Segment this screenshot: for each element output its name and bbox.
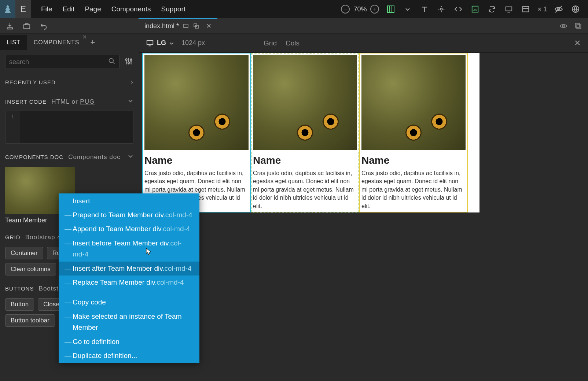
menu-page[interactable]: Page (85, 5, 101, 13)
code-tool-icon[interactable] (453, 4, 463, 14)
ctx-prepend[interactable]: Prepend to Team Member div.col-md-4 (59, 208, 199, 222)
canvas-area: LG 1024 px Grid Cols ✕ Name Cras justo o… (139, 34, 588, 381)
svg-rect-24 (147, 40, 153, 44)
click-tool-icon[interactable] (436, 4, 446, 14)
copy-icon[interactable] (573, 21, 583, 31)
canvas-close-icon[interactable]: ✕ (574, 38, 581, 48)
multiplier-label: × 1 (537, 5, 547, 13)
ctx-make-instance[interactable]: Make selected an instance of Team Member (59, 310, 199, 335)
chevron-down-icon[interactable] (403, 4, 413, 14)
visibility-icon[interactable] (554, 4, 564, 14)
svg-point-22 (128, 62, 129, 63)
ctx-goto-definition[interactable]: Go to definition (59, 335, 199, 349)
svg-point-19 (109, 59, 114, 63)
menu-file[interactable]: File (41, 5, 52, 13)
briefcase-icon[interactable] (22, 21, 32, 31)
zoom-in-button[interactable]: + (370, 5, 379, 14)
js-tool-icon[interactable]: JS (470, 4, 480, 14)
chip-button[interactable]: Button (5, 298, 34, 311)
app-mode-badge[interactable]: E (15, 0, 31, 18)
menu-components[interactable]: Components (111, 5, 151, 13)
page-preview[interactable]: Name Cras justo odio, dapibus ac facilis… (142, 53, 479, 212)
search-box[interactable] (5, 55, 120, 69)
settings-globe-icon[interactable] (570, 4, 581, 14)
context-menu-header: Insert (59, 193, 199, 208)
sidebar-tab-list[interactable]: LIST (0, 35, 27, 50)
ctx-insert-before[interactable]: Insert before Team Member div.col-md-4 (59, 236, 199, 262)
section-insert-code[interactable]: INSERT CODE HTML or PUG (5, 96, 133, 108)
chevron-down-icon (169, 41, 174, 46)
import-icon[interactable] (5, 21, 15, 31)
device-preview-icon[interactable] (504, 4, 514, 14)
svg-point-3 (441, 8, 443, 10)
mouse-cursor-icon (146, 248, 152, 258)
app-logo-pinegrow[interactable] (0, 0, 15, 18)
refresh-icon[interactable] (487, 4, 497, 14)
breakpoint-selector[interactable]: LG (146, 39, 174, 47)
canvas-cols-toggle[interactable]: Cols (286, 39, 299, 47)
breakpoint-size: 1024 px (181, 39, 205, 47)
card-title: Name (361, 155, 466, 166)
sidebar-tab-close-icon[interactable]: ✕ (82, 34, 87, 40)
card-team-member-1[interactable]: Name Cras justo odio, dapibus ac facilis… (142, 53, 251, 212)
canvas-viewport[interactable]: Name Cras justo odio, dapibus ac facilis… (139, 53, 588, 381)
sidebar-tabs: LIST COMPONENTS ✕ + (0, 34, 139, 51)
device-small-icon[interactable] (183, 23, 189, 29)
zoom-out-button[interactable]: − (341, 5, 350, 14)
ctx-replace[interactable]: Replace Team Member div.col-md-4 (59, 275, 199, 289)
panels-icon[interactable] (521, 4, 531, 14)
svg-rect-15 (577, 25, 581, 29)
svg-rect-0 (387, 6, 394, 12)
search-icon[interactable] (108, 58, 115, 66)
search-row (0, 51, 139, 73)
tab-label: index.html * (144, 22, 179, 30)
card-team-member-3[interactable]: Name Cras justo odio, dapibus ac facilis… (359, 53, 468, 212)
section-recently-used-label: RECENTLY USED (5, 79, 55, 85)
top-menu-bar: E File Edit Page Components Support − 70… (0, 0, 588, 18)
undo-icon[interactable] (39, 21, 48, 31)
ctx-insert-after[interactable]: Insert after Team Member div.col-md-4 (59, 262, 199, 275)
section-grid-sub: Bootstrap 4 (25, 234, 61, 241)
menu-edit[interactable]: Edit (63, 5, 75, 13)
code-body[interactable] (20, 111, 133, 143)
text-tool-icon[interactable] (419, 4, 430, 14)
svg-rect-16 (184, 24, 188, 27)
layout-tool-icon[interactable] (386, 4, 396, 14)
chevron-down-icon (128, 153, 133, 161)
file-tab-bar: index.html * ✕ (139, 18, 217, 33)
filter-settings-icon[interactable] (124, 56, 133, 67)
section-recently-used[interactable]: RECENTLY USED › (5, 76, 133, 88)
chip-container[interactable]: Container (5, 247, 43, 259)
card-title: Name (253, 155, 357, 166)
zoom-level: 70% (353, 5, 367, 13)
svg-rect-12 (24, 25, 30, 29)
chip-button-toolbar[interactable]: Button toolbar (5, 314, 55, 327)
chevron-down-icon (128, 98, 133, 106)
section-insert-code-sub: HTML or PUG (51, 98, 95, 105)
sidebar-add-tab-button[interactable]: + (90, 38, 95, 47)
search-input[interactable] (9, 58, 108, 66)
duplicate-small-icon[interactable] (193, 23, 199, 29)
section-components-doc[interactable]: COMPONENTS DOC Components doc (5, 151, 133, 163)
code-editor[interactable]: 1 (5, 111, 133, 144)
chip-clear-columns[interactable]: Clear columns (5, 263, 56, 275)
ctx-duplicate-definition[interactable]: Duplicate definition... (59, 349, 199, 363)
card-team-member-2[interactable]: Name Cras justo odio, dapibus ac facilis… (251, 53, 359, 212)
ctx-append[interactable]: Append to Team Member div.col-md-4 (59, 222, 199, 236)
card-image (361, 55, 466, 150)
breakpoint-name: LG (157, 39, 166, 47)
ctx-copy-code[interactable]: Copy code (59, 295, 199, 309)
sidebar-tab-components[interactable]: COMPONENTS ✕ (27, 35, 86, 50)
section-grid-label: GRID (5, 234, 21, 240)
menu-support[interactable]: Support (161, 5, 185, 13)
sidebar-tab-components-label: COMPONENTS (34, 39, 80, 45)
tab-close-icon[interactable]: ✕ (206, 22, 212, 30)
canvas-grid-toggle[interactable]: Grid (264, 39, 277, 47)
svg-text:JS: JS (473, 8, 477, 12)
svg-line-10 (555, 6, 562, 12)
pug-link[interactable]: PUG (80, 98, 95, 105)
card-text: Cras justo odio, dapibus ac facilisis in… (253, 169, 357, 210)
chevron-right-icon: › (131, 78, 133, 86)
eye-icon[interactable] (559, 21, 568, 31)
tab-index-html[interactable]: index.html * ✕ (139, 18, 217, 33)
